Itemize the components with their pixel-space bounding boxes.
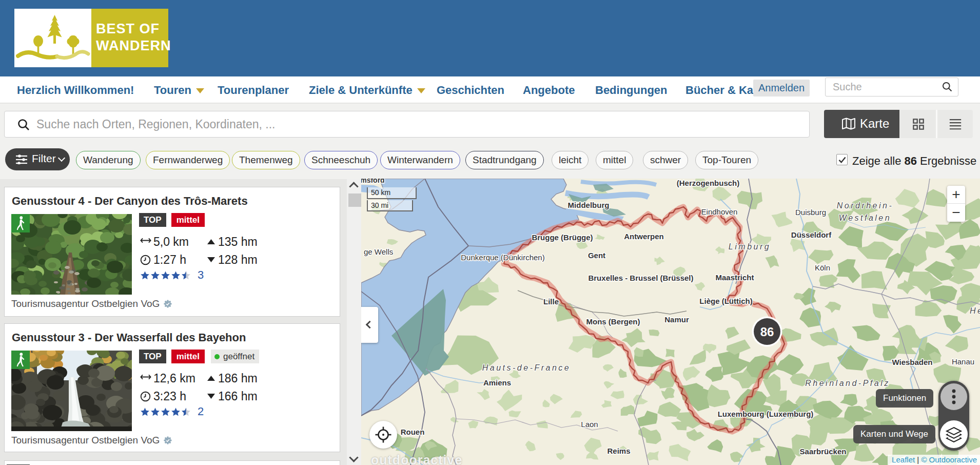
svg-text:Mons (Bergen): Mons (Bergen) bbox=[586, 317, 640, 326]
svg-text:Maastricht: Maastricht bbox=[715, 273, 754, 282]
svg-text:Bruxelles - Brussel (Brüssel): Bruxelles - Brussel (Brüssel) bbox=[588, 274, 693, 282]
svg-text:Hauts-de-France: Hauts-de-France bbox=[482, 363, 571, 372]
svg-text:Hanau: Hanau bbox=[952, 357, 974, 366]
svg-text:Middelburg: Middelburg bbox=[568, 201, 610, 209]
svg-text:Namur: Namur bbox=[664, 315, 689, 324]
svg-text:Rouen: Rouen bbox=[401, 428, 425, 436]
svg-text:Saarbrücken: Saarbrücken bbox=[800, 447, 847, 456]
svg-text:Antwerpen: Antwerpen bbox=[624, 232, 664, 241]
svg-text:Laon: Laon bbox=[581, 420, 598, 429]
svg-text:Amiens: Amiens bbox=[483, 378, 511, 387]
svg-text:Lille: Lille bbox=[543, 297, 559, 306]
svg-text:Brugge (Brügge): Brugge (Brügge) bbox=[532, 233, 593, 242]
svg-text:Liège (Lüttich): Liège (Lüttich) bbox=[699, 297, 752, 305]
svg-text:Wiesbaden: Wiesbaden bbox=[892, 358, 932, 366]
svg-text:Luxembourg (Luxemburg): Luxembourg (Luxemburg) bbox=[718, 410, 814, 418]
svg-text:ge Wells: ge Wells bbox=[364, 247, 393, 256]
svg-text:(Herzogenbusch): (Herzogenbusch) bbox=[677, 179, 740, 187]
svg-text:Nordrhein-: Nordrhein- bbox=[837, 201, 894, 210]
svg-text:Duisburg: Duisburg bbox=[795, 208, 826, 217]
svg-text:Köln: Köln bbox=[815, 263, 830, 272]
svg-text:86: 86 bbox=[760, 325, 774, 339]
svg-text:Düsseldorf: Düsseldorf bbox=[791, 230, 832, 239]
svg-text:Limburg: Limburg bbox=[729, 242, 771, 251]
svg-text:Eindhoven: Eindhoven bbox=[701, 207, 738, 216]
svg-text:lmsford: lmsford bbox=[361, 179, 385, 184]
svg-text:Dunkerque (Dünkirchen): Dunkerque (Dünkirchen) bbox=[461, 253, 544, 262]
svg-text:Hes: Hes bbox=[970, 306, 980, 315]
svg-text:Westfalen: Westfalen bbox=[839, 214, 891, 222]
svg-text:Reims: Reims bbox=[607, 447, 630, 455]
svg-text:Rheinland-Pfalz: Rheinland-Pfalz bbox=[805, 379, 890, 387]
svg-text:Gent: Gent bbox=[588, 251, 605, 260]
